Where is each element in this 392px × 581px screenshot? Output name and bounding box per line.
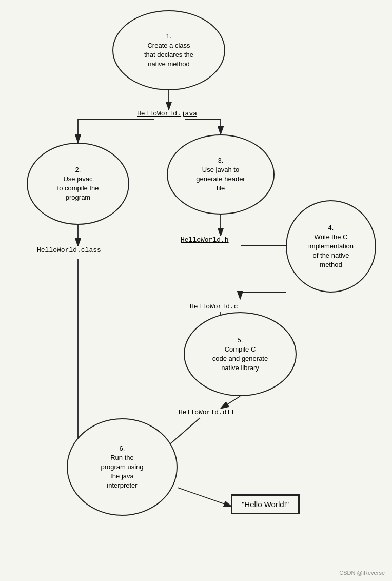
file-helloworld-dll: HelloWorld.dll	[179, 409, 234, 416]
step1-label: 1. Create a class that declares the nati…	[144, 32, 193, 69]
svg-line-7	[178, 488, 232, 507]
step2-label: 2. Use javac to compile the program	[57, 165, 99, 203]
step4-node: 4. Write the C implementation of the nat…	[286, 200, 376, 293]
step3-node: 3. Use javah to generate header file	[167, 134, 275, 215]
file-helloworld-class: HelloWorld.class	[37, 246, 101, 254]
step2-node: 2. Use javac to compile the program	[27, 143, 129, 225]
output-node: "Hello World!"	[231, 494, 300, 514]
step6-node: 6. Run the program using the java interp…	[67, 418, 178, 516]
watermark: CSDN @iReverse	[339, 570, 385, 576]
step6-label: 6. Run the program using the java interp…	[101, 444, 143, 491]
svg-line-6	[221, 396, 240, 409]
file-helloworld-h: HelloWorld.h	[181, 236, 229, 244]
file-helloworld-c: HelloWorld.c	[190, 303, 238, 311]
step4-label: 4. Write the C implementation of the nat…	[308, 223, 354, 270]
step5-label: 5. Compile C code and generate native li…	[212, 336, 268, 373]
file-helloworld-java: HelloWorld.java	[137, 110, 197, 118]
step5-node: 5. Compile C code and generate native li…	[184, 312, 297, 396]
step1-node: 1. Create a class that declares the nati…	[112, 10, 225, 90]
output-label: "Hello World!"	[242, 500, 289, 509]
step3-label: 3. Use javah to generate header file	[196, 156, 245, 193]
diagram-container: 1. Create a class that declares the nati…	[0, 0, 392, 581]
